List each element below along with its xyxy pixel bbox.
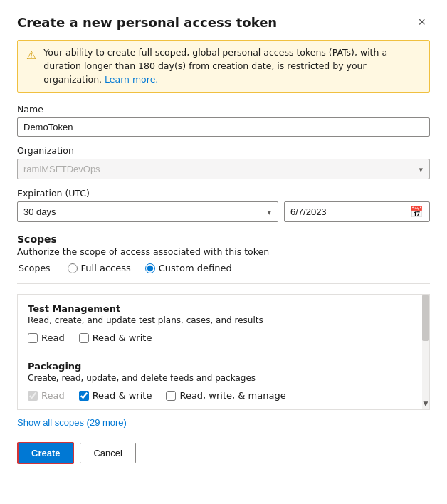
packaging-read-write-manage-checkbox[interactable] bbox=[166, 391, 176, 401]
packaging-read-option[interactable]: Read bbox=[28, 390, 65, 401]
org-label: Organization bbox=[17, 145, 430, 156]
warning-icon: ⚠ bbox=[26, 47, 36, 86]
packaging-read-label: Read bbox=[41, 390, 65, 401]
footer-actions: Create Cancel bbox=[17, 442, 430, 464]
packaging-read-write-label: Read & write bbox=[93, 390, 152, 401]
expiration-label: Expiration (UTC) bbox=[17, 188, 430, 199]
test-read-checkbox[interactable] bbox=[28, 333, 38, 343]
show-scopes-count: (29 more) bbox=[87, 417, 127, 428]
full-access-label: Full access bbox=[81, 263, 131, 273]
full-access-option[interactable]: Full access bbox=[68, 263, 131, 273]
packaging-title: Packaging bbox=[28, 361, 419, 372]
scopes-label: Scopes bbox=[19, 263, 51, 273]
org-select[interactable]: ramiMSFTDevOps bbox=[17, 159, 430, 179]
test-read-write-checkbox[interactable] bbox=[79, 333, 89, 343]
expiration-date-wrapper: 📅 bbox=[284, 201, 430, 222]
dialog-title: Create a new personal access token bbox=[17, 15, 277, 30]
scopes-options: Scopes Full access Custom defined bbox=[19, 263, 430, 273]
packaging-read-write-option[interactable]: Read & write bbox=[79, 390, 152, 401]
packaging-desc: Create, read, update, and delete feeds a… bbox=[28, 373, 419, 383]
expiration-select-wrapper: 30 days 60 days 90 days 180 days 1 year … bbox=[17, 201, 278, 222]
show-all-scopes-button[interactable]: Show all scopes (29 more) bbox=[17, 417, 127, 428]
test-management-desc: Read, create, and update test plans, cas… bbox=[28, 315, 419, 325]
scopes-description: Authorize the scope of access associated… bbox=[17, 246, 430, 257]
scrollbar-thumb[interactable] bbox=[422, 295, 429, 341]
create-pat-dialog: Create a new personal access token × ⚠ Y… bbox=[0, 0, 447, 504]
scopes-list-area: Test Management Read, create, and update… bbox=[17, 294, 430, 410]
name-input[interactable] bbox=[17, 117, 430, 137]
close-button[interactable]: × bbox=[414, 14, 430, 30]
name-label: Name bbox=[17, 104, 430, 115]
packaging-read-write-checkbox[interactable] bbox=[79, 391, 89, 401]
test-read-write-label: Read & write bbox=[93, 332, 152, 343]
test-read-option[interactable]: Read bbox=[28, 332, 65, 343]
expiration-row: 30 days 60 days 90 days 180 days 1 year … bbox=[17, 201, 430, 222]
warning-text: Your ability to create full scoped, glob… bbox=[43, 46, 421, 86]
expiration-date-input[interactable] bbox=[290, 206, 410, 217]
full-access-radio[interactable] bbox=[68, 263, 78, 273]
test-read-write-option[interactable]: Read & write bbox=[79, 332, 152, 343]
org-select-wrapper: ramiMSFTDevOps ▾ bbox=[17, 159, 430, 179]
custom-defined-option[interactable]: Custom defined bbox=[145, 263, 232, 273]
expiration-select[interactable]: 30 days 60 days 90 days 180 days 1 year … bbox=[17, 201, 278, 222]
learn-more-link[interactable]: Learn more. bbox=[105, 74, 158, 85]
packaging-checkboxes: Read Read & write Read, write, & manage bbox=[28, 390, 419, 401]
create-button[interactable]: Create bbox=[17, 442, 74, 464]
test-management-checkboxes: Read Read & write bbox=[28, 332, 419, 343]
test-management-title: Test Management bbox=[28, 303, 419, 314]
packaging-read-write-manage-label: Read, write, & manage bbox=[179, 390, 285, 401]
packaging-read-write-manage-option[interactable]: Read, write, & manage bbox=[166, 390, 285, 401]
test-management-section: Test Management Read, create, and update… bbox=[18, 295, 429, 352]
custom-defined-radio[interactable] bbox=[145, 263, 155, 273]
custom-defined-label: Custom defined bbox=[159, 263, 232, 273]
packaging-read-checkbox[interactable] bbox=[28, 391, 38, 401]
warning-banner: ⚠ Your ability to create full scoped, gl… bbox=[17, 40, 430, 93]
scopes-section: Scopes Authorize the scope of access ass… bbox=[17, 233, 430, 273]
scrollbar-track: ▼ bbox=[422, 295, 429, 409]
test-read-label: Read bbox=[41, 332, 65, 343]
show-scopes-label: Show all scopes bbox=[17, 417, 84, 428]
dialog-header: Create a new personal access token × bbox=[17, 14, 430, 30]
scroll-down-arrow[interactable]: ▼ bbox=[422, 398, 429, 409]
divider-1 bbox=[17, 283, 430, 284]
calendar-icon[interactable]: 📅 bbox=[410, 206, 424, 219]
cancel-button[interactable]: Cancel bbox=[80, 443, 135, 463]
packaging-section: Packaging Create, read, update, and dele… bbox=[18, 352, 429, 409]
scopes-title: Scopes bbox=[17, 233, 430, 245]
